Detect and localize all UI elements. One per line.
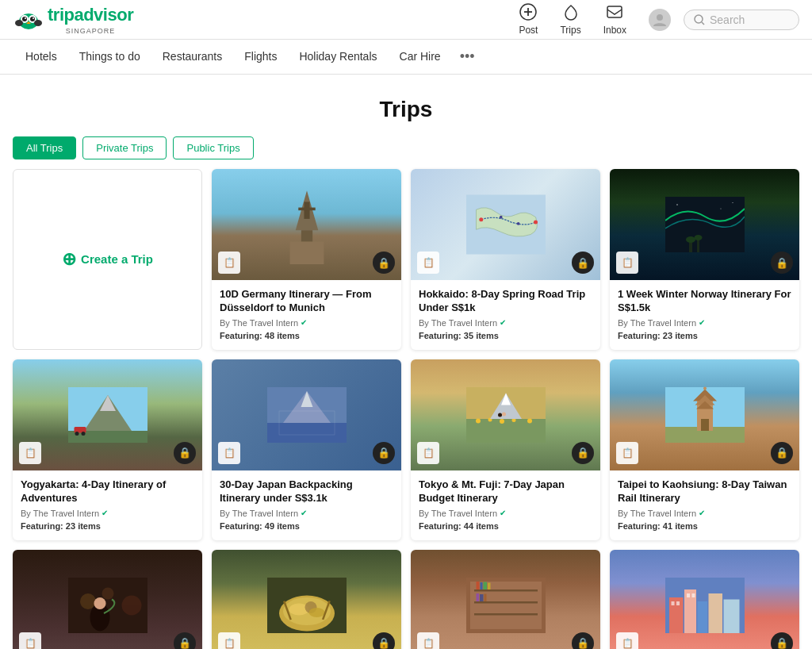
svg-rect-100	[676, 601, 680, 605]
trip-image-wrapper: 🔒 📋	[212, 169, 401, 280]
trip-author: By The Travel Intern ✔	[419, 318, 592, 328]
trip-card[interactable]: 🔒 📋 Tokyo & Mt. Fuji: 7-Day Japan Budget…	[411, 359, 600, 540]
trips-nav-item[interactable]: Trips	[550, 0, 590, 39]
trip-title: Tokyo & Mt. Fuji: 7-Day Japan Budget Iti…	[419, 478, 592, 505]
svg-point-68	[102, 587, 113, 599]
search-input[interactable]	[710, 13, 789, 26]
svg-rect-64	[701, 419, 709, 431]
logo[interactable]: tripadvisor SINGAPORE	[13, 5, 133, 35]
trip-card[interactable]: 🔒 📋 30-Day Japan Backpacking Itinerary u…	[212, 359, 401, 540]
lock-icon: 🔒	[373, 442, 395, 464]
svg-rect-18	[289, 241, 324, 264]
header: tripadvisor SINGAPORE Post Trips Inbox	[0, 0, 812, 40]
avatar-nav-item[interactable]	[639, 6, 680, 34]
svg-point-49	[476, 418, 481, 423]
svg-rect-96	[697, 601, 707, 633]
create-trip-label: Create a Trip	[81, 252, 153, 266]
featuring-label: Featuring:	[618, 331, 661, 340]
svg-rect-91	[480, 594, 484, 601]
trip-card-body: 1 Week Winter Norway Itinerary For S$1.5…	[610, 280, 799, 350]
verified-icon: ✔	[102, 509, 108, 517]
doc-icon: 📋	[616, 442, 638, 464]
svg-point-40	[75, 432, 79, 436]
trip-featuring: Featuring: 23 items	[21, 521, 194, 531]
author-name: The Travel Intern	[431, 509, 497, 518]
items-count: 48 items	[265, 331, 300, 340]
nav-hotels[interactable]: Hotels	[16, 40, 67, 75]
trip-card[interactable]: 🔒 📋 Yogyakarta: 4-Day Itinerary of Adven…	[13, 359, 202, 540]
svg-rect-87	[480, 582, 482, 589]
inbox-nav-item[interactable]: Inbox	[594, 0, 636, 39]
svg-rect-13	[607, 6, 622, 17]
trip-card[interactable]: 🔒 📋 Hokkaido: 8-Day Spring Road Trip Und…	[411, 169, 600, 350]
svg-rect-89	[488, 582, 491, 589]
trip-card[interactable]: 🔒 📋 Seoul: Cheap Things You Can Do By Th…	[610, 550, 799, 649]
author-prefix: By	[220, 318, 230, 328]
author-prefix: By	[618, 318, 628, 328]
trip-title: Hokkaido: 8-Day Spring Road Trip Under S…	[419, 288, 592, 315]
svg-point-77	[308, 608, 324, 617]
doc-icon: 📋	[19, 632, 41, 649]
trip-image-wrapper: 🔒 📋	[13, 550, 202, 649]
create-trip-card[interactable]: ⊕ Create a Trip	[13, 169, 202, 350]
lock-icon: 🔒	[174, 442, 196, 464]
doc-icon: 📋	[19, 442, 41, 464]
trip-card-body: Yogyakarta: 4-Day Itinerary of Adventure…	[13, 470, 202, 540]
post-nav-item[interactable]: Post	[509, 0, 547, 39]
featuring-label: Featuring:	[618, 521, 661, 531]
trip-image-wrapper: 🔒 📋	[212, 359, 401, 470]
more-options-icon[interactable]: •••	[454, 48, 481, 65]
author-name: The Travel Intern	[630, 318, 696, 328]
items-count: 41 items	[663, 521, 698, 531]
tab-private-trips[interactable]: Private Trips	[82, 136, 167, 159]
svg-point-3	[22, 17, 27, 21]
trip-card[interactable]: 🔒 📋 Hanoi: Places to Eat in Vietnam's By…	[212, 550, 401, 649]
trip-card[interactable]: 🔒 📋 Japan: Best Capsule Hotels to By The…	[411, 550, 600, 649]
tab-public-trips[interactable]: Public Trips	[173, 136, 253, 159]
nav-things-to-do[interactable]: Things to do	[70, 40, 150, 75]
lock-icon: 🔒	[771, 442, 793, 464]
logo-owl-icon	[13, 9, 44, 31]
trip-card-body: 10D Germany Itinerary — From Düsseldorf …	[212, 280, 401, 350]
search-box[interactable]	[684, 10, 799, 30]
nav-holiday-rentals[interactable]: Holiday Rentals	[289, 40, 386, 75]
featuring-label: Featuring:	[419, 331, 462, 340]
doc-icon: 📋	[218, 632, 240, 649]
trip-author: By The Travel Intern ✔	[618, 318, 791, 328]
trip-card-body: 30-Day Japan Backpacking Itinerary under…	[212, 470, 401, 540]
verified-icon: ✔	[699, 318, 705, 327]
lock-icon: 🔒	[572, 442, 594, 464]
featuring-label: Featuring:	[220, 521, 262, 531]
trip-featuring: Featuring: 23 items	[618, 331, 791, 340]
svg-rect-97	[708, 593, 722, 633]
trip-card[interactable]: 🔒 📋 10D Germany Itinerary — From Düsseld…	[212, 169, 401, 350]
nav-flights[interactable]: Flights	[235, 40, 286, 75]
trip-image-wrapper: 🔒 📋	[411, 550, 600, 649]
svg-point-69	[121, 595, 141, 615]
svg-rect-92	[484, 593, 486, 601]
tab-all-trips[interactable]: All Trips	[13, 136, 76, 159]
nav-restaurants[interactable]: Restaurants	[153, 40, 232, 75]
svg-rect-99	[671, 601, 674, 605]
trip-title: Taipei to Kaohsiung: 8-Day Taiwan Rail I…	[618, 478, 791, 505]
items-count: 49 items	[265, 521, 300, 531]
header-nav: Post Trips Inbox	[509, 0, 799, 39]
author-prefix: By	[419, 509, 429, 518]
svg-rect-85	[474, 613, 538, 616]
post-icon	[519, 3, 537, 23]
trip-card[interactable]: 🔒 📋 Taipei to Kaohsiung: 8-Day Taiwan Ra…	[610, 359, 799, 540]
create-plus-icon: ⊕	[62, 251, 76, 268]
trips-grid: ⊕ Create a Trip 🔒 📋 10D Germany Itinerar…	[0, 169, 812, 649]
logo-text: tripadvisor	[48, 5, 133, 25]
items-count: 23 items	[663, 331, 698, 340]
trip-card-body: Taipei to Kaohsiung: 8-Day Taiwan Rail I…	[610, 470, 799, 540]
secondary-nav: Hotels Things to do Restaurants Flights …	[0, 40, 812, 75]
trip-featuring: Featuring: 35 items	[419, 331, 592, 340]
svg-point-4	[30, 17, 35, 21]
trip-card[interactable]: 🔒 📋 1 Week Winter Norway Itinerary For S…	[610, 169, 799, 350]
trip-image-wrapper: 🔒 📋	[411, 359, 600, 470]
trip-card[interactable]: 🔒 📋 Osaka: Animal Cafes Not to Be By The…	[13, 550, 202, 649]
doc-icon: 📋	[616, 252, 638, 274]
nav-car-hire[interactable]: Car Hire	[390, 40, 450, 75]
author-name: The Travel Intern	[630, 509, 696, 518]
